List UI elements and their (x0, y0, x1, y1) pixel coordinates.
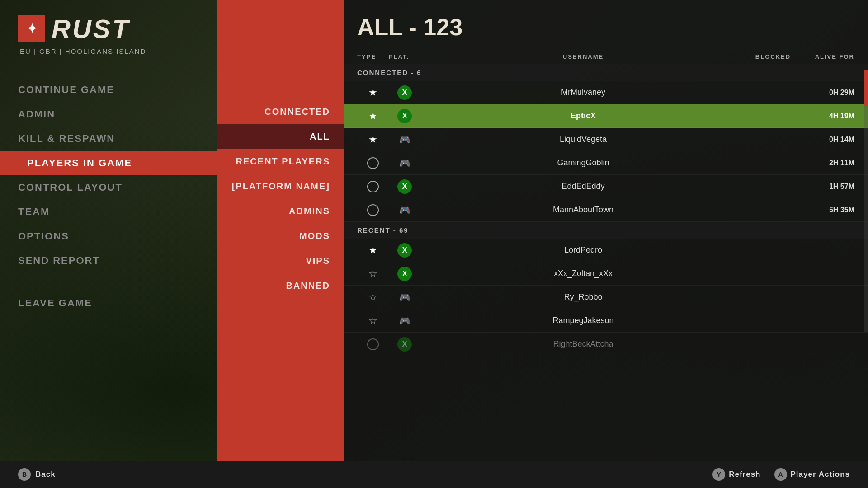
server-info: EU | GBR | HOOLIGANS ISLAND (20, 47, 217, 55)
table-header: TYPE PLAT. USERNAME BLOCKED ALIVE FOR (344, 50, 868, 64)
gamepad-icon: 🎮 (397, 203, 412, 217)
refresh-button-label: Refresh (729, 470, 760, 479)
gamepad-icon: 🎮 (397, 132, 412, 147)
nav-item-control-layout[interactable]: CONTROL LAYOUT (18, 175, 217, 200)
cell-time: 5H 35M (800, 206, 854, 214)
star-empty-icon: ☆ (367, 314, 379, 327)
right-actions: Y Refresh A Player Actions (712, 468, 850, 481)
xbox-icon: X (397, 179, 412, 194)
cell-platform: 🎮 (389, 156, 420, 170)
cell-username: Ry_Robbo (420, 292, 746, 302)
cell-time: 1H 57M (800, 183, 854, 191)
nav-item-leave-game[interactable]: LEAVE GAME (18, 291, 217, 315)
cell-type (357, 157, 389, 169)
filter-all[interactable]: ALL (217, 124, 344, 149)
sidebar: RUST EU | GBR | HOOLIGANS ISLAND CONTINU… (0, 0, 217, 461)
table-row[interactable]: ★ X LordPedro (344, 239, 868, 262)
cell-username: LordPedro (420, 245, 746, 255)
cell-username: LiquidVegeta (420, 135, 746, 144)
filter-connected[interactable]: CONNECTED (217, 99, 344, 124)
circle-empty-icon (367, 181, 379, 192)
filter-mods[interactable]: MODS (217, 224, 344, 249)
circle-empty-icon (367, 338, 379, 350)
cell-platform: 🎮 (389, 132, 420, 147)
xbox-icon: X (397, 243, 412, 258)
table-row[interactable]: ☆ 🎮 Ry_Robbo (344, 286, 868, 309)
nav-item-options[interactable]: OPTIONS (18, 224, 217, 249)
back-button-group[interactable]: B Back (18, 468, 56, 481)
cell-type: ★ (357, 86, 389, 99)
col-username: USERNAME (420, 53, 746, 60)
cell-type: ☆ (357, 314, 389, 327)
star-filled-icon: ★ (367, 86, 379, 99)
logo-box: RUST (18, 14, 217, 44)
table-row[interactable]: ★ X MrMulvaney 0H 29M (344, 81, 868, 104)
xbox-icon: X (397, 267, 412, 281)
refresh-button-group[interactable]: Y Refresh (712, 468, 760, 481)
cell-username: RightBeckAttcha (420, 339, 746, 349)
cell-type (357, 204, 389, 216)
filter-vips[interactable]: VIPS (217, 249, 344, 273)
panel-title: ALL - 123 (344, 14, 868, 41)
star-filled-icon: ★ (367, 110, 379, 122)
cell-platform: X (389, 337, 420, 352)
star-empty-icon: ☆ (367, 291, 379, 304)
cell-type: ☆ (357, 291, 389, 304)
cell-platform: 🎮 (389, 290, 420, 305)
back-button-label: Back (35, 470, 56, 479)
nav-item-admin[interactable]: ADMIN (18, 102, 217, 127)
col-platform: PLAT. (389, 53, 420, 60)
scrollbar[interactable] (864, 70, 868, 332)
gamepad-icon: 🎮 (397, 314, 412, 328)
nav-item-players-in-game[interactable]: PLAYERS IN GAME (0, 151, 217, 175)
col-blocked: BLOCKED (746, 53, 800, 60)
bottom-bar: B Back Y Refresh A Player Actions (0, 461, 868, 488)
cell-username: MrMulvaney (420, 88, 746, 97)
star-filled-icon: ★ (367, 133, 379, 146)
table-row[interactable]: X EddEdEddy 1H 57M (344, 175, 868, 198)
refresh-button-badge: Y (712, 468, 725, 481)
cell-type: ★ (357, 133, 389, 146)
back-button-badge: B (18, 468, 31, 481)
nav-item-continue-game[interactable]: CONTINUE GAME (18, 78, 217, 102)
filter-recent-players[interactable]: RECENT PLAYERS (217, 149, 344, 174)
table-row[interactable]: ☆ 🎮 RampegJakeson (344, 309, 868, 333)
filter-platform-name[interactable]: [PLATFORM NAME] (217, 174, 344, 199)
filter-banned[interactable]: BANNED (217, 273, 344, 298)
col-type: TYPE (357, 53, 389, 60)
filter-panel: CONNECTED ALL RECENT PLAYERS [PLATFORM N… (217, 0, 344, 461)
cell-platform: X (389, 243, 420, 258)
cell-platform: X (389, 267, 420, 281)
section-recent: RECENT - 69 (344, 222, 868, 239)
player-actions-button-group[interactable]: A Player Actions (774, 468, 850, 481)
table-row[interactable]: ☆ X xXx_Zoltan_xXx (344, 262, 868, 286)
cell-username: MannAboutTown (420, 205, 746, 215)
section-connected: CONNECTED - 6 (344, 64, 868, 81)
nav-item-send-report[interactable]: SEND REPORT (18, 249, 217, 273)
table-row[interactable]: 🎮 MannAboutTown 5H 35M (344, 198, 868, 222)
player-actions-button-label: Player Actions (791, 470, 850, 479)
xbox-icon: X (397, 85, 412, 100)
table-row[interactable]: ★ X EpticX 4H 19M (344, 104, 868, 128)
nav-item-kill-respawn[interactable]: KILL & RESPAWN (18, 127, 217, 151)
game-title: RUST (52, 14, 130, 44)
circle-empty-icon (367, 204, 379, 216)
cell-platform: X (389, 179, 420, 194)
xbox-icon: X (397, 109, 412, 123)
nav-item-team[interactable]: TEAM (18, 200, 217, 224)
table-row[interactable]: 🎮 GamingGoblin 2H 11M (344, 151, 868, 175)
cell-platform: 🎮 (389, 314, 420, 328)
cell-platform: X (389, 109, 420, 123)
cell-type (357, 181, 389, 192)
cell-username: GamingGoblin (420, 158, 746, 168)
cell-username: RampegJakeson (420, 316, 746, 325)
player-actions-button-badge: A (774, 468, 787, 481)
player-panel: ALL - 123 TYPE PLAT. USERNAME BLOCKED AL… (344, 0, 868, 461)
gamepad-icon: 🎮 (397, 156, 412, 170)
xbox-icon: X (397, 337, 412, 352)
table-row[interactable]: X RightBeckAttcha (344, 333, 868, 356)
cell-time: 0H 14M (800, 136, 854, 144)
scroll-thumb[interactable] (864, 70, 868, 106)
table-row[interactable]: ★ 🎮 LiquidVegeta 0H 14M (344, 128, 868, 151)
filter-admins[interactable]: ADMINS (217, 199, 344, 224)
